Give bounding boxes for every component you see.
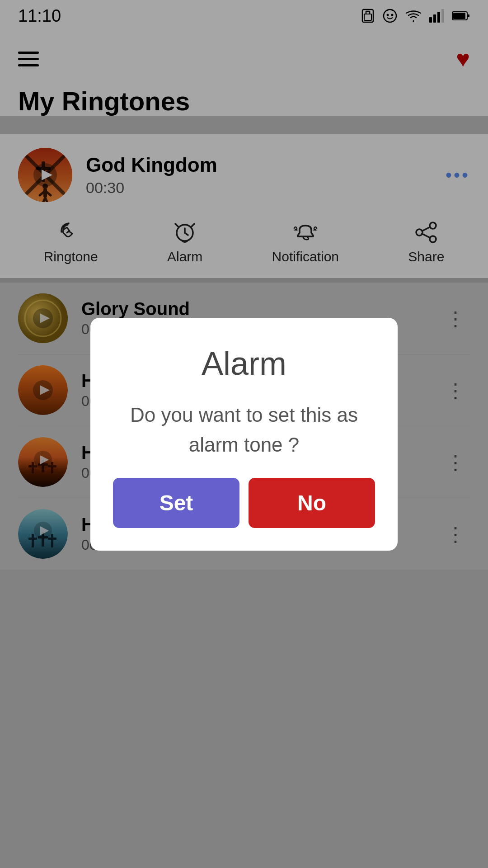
dialog-set-button[interactable]: Set [113,478,239,528]
alarm-dialog: Alarm Do you want to set this as alarm t… [90,318,398,551]
dialog-overlay: Alarm Do you want to set this as alarm t… [0,0,488,868]
dialog-buttons: Set No [113,478,375,528]
dialog-no-button[interactable]: No [249,478,375,528]
dialog-message: Do you want to set this as alarm tone ? [113,400,375,460]
dialog-title: Alarm [202,345,286,382]
